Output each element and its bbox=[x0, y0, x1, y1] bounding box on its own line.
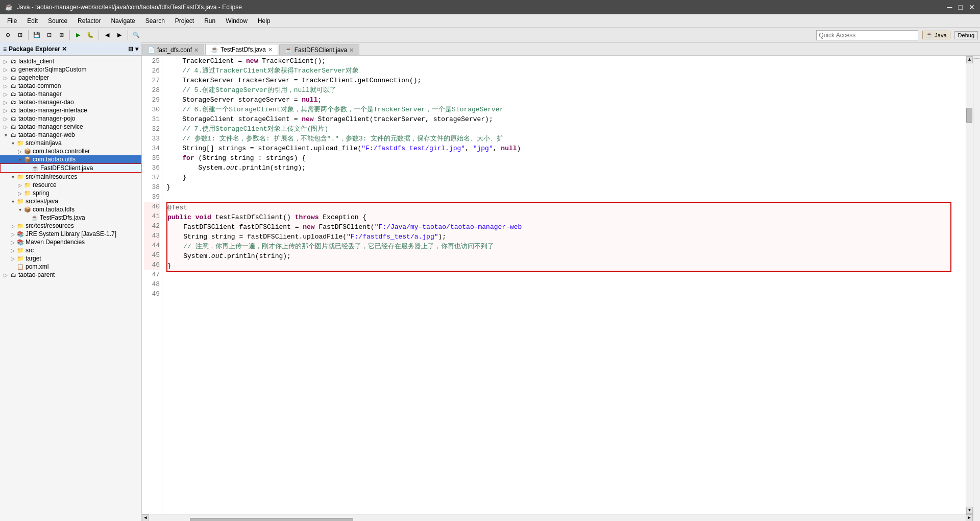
sidebar-menu-btn[interactable]: ▾ bbox=[135, 45, 138, 53]
tab-fast-dfs-conf[interactable]: 📄 fast_dfs.conf ✕ bbox=[142, 44, 204, 55]
sidebar-item-taotao-manager-service[interactable]: ▷ 🗂 taotao-manager-service bbox=[0, 123, 141, 131]
editor-area: 25 26 27 28 29 30 31 32 33 34 35 36 37 3… bbox=[142, 56, 973, 521]
sidebar-tree: ▷ 🗂 fastdfs_client ▷ 🗂 generatorSqlmapCu… bbox=[0, 56, 141, 521]
h-scroll-thumb[interactable] bbox=[190, 518, 353, 522]
sidebar-item-com-taotao-fdfs[interactable]: ▾ 📦 com.taotao.fdfs bbox=[0, 205, 141, 214]
tree-arrow: ▷ bbox=[2, 100, 9, 105]
sidebar-item-com-taotao-controller[interactable]: ▷ 📦 com.taotao.controller bbox=[0, 147, 141, 155]
toolbar-btn2[interactable]: ⊞ bbox=[14, 30, 26, 41]
toolbar-new-btn[interactable]: ⊕ bbox=[2, 30, 13, 41]
tab-test-fast-dfs[interactable]: ☕ TestFastDfs.java ✕ bbox=[205, 44, 278, 55]
tab-fast-dfs-client-close[interactable]: ✕ bbox=[349, 47, 354, 54]
code-content[interactable]: TrackerClient = new TrackerClient(); // … bbox=[162, 56, 966, 514]
sidebar-label-taotao-manager: taotao-manager bbox=[18, 90, 62, 98]
menu-run[interactable]: Run bbox=[200, 16, 219, 26]
sidebar-item-fastdfsclient-java[interactable]: ☕ FastDFSClient.java bbox=[0, 163, 141, 173]
menu-bar: File Edit Source Refactor Navigate Searc… bbox=[0, 14, 980, 28]
tree-arrow: ▷ bbox=[2, 59, 9, 64]
scroll-left-btn[interactable]: ◀ bbox=[142, 514, 149, 522]
quick-access-input[interactable] bbox=[816, 30, 918, 40]
menu-edit[interactable]: Edit bbox=[23, 16, 42, 26]
sidebar-item-maven-dependencies[interactable]: ▷ 📚 Maven Dependencies bbox=[0, 238, 141, 246]
debug-perspective-button[interactable]: Debug bbox=[954, 31, 978, 39]
menu-search[interactable]: Search bbox=[141, 16, 169, 26]
toolbar-sep4 bbox=[128, 30, 128, 40]
tree-arrow: ▷ bbox=[9, 240, 16, 245]
vertical-scrollbar[interactable] bbox=[966, 63, 973, 507]
sidebar-item-jre-system-library[interactable]: ▷ 📚 JRE System Library [JavaSE-1.7] bbox=[0, 230, 141, 238]
project-icon: 🗂 bbox=[9, 99, 17, 105]
minimize-button[interactable]: ─ bbox=[947, 3, 952, 11]
code-line-48 bbox=[166, 281, 962, 291]
toolbar-search-btn[interactable]: 🔍 bbox=[131, 30, 142, 41]
sidebar-item-src-main-java[interactable]: ▾ 📁 src/main/java bbox=[0, 139, 141, 147]
window-title: Java - taotao-manager-web/src/test/java/… bbox=[17, 4, 242, 11]
sidebar-item-taotao-manager-interface[interactable]: ▷ 🗂 taotao-manager-interface bbox=[0, 106, 141, 114]
code-line-37: } bbox=[166, 173, 962, 182]
project-icon: 🗂 bbox=[9, 83, 17, 89]
sidebar-item-src-test-java[interactable]: ▾ 📁 src/test/java bbox=[0, 197, 141, 205]
sidebar-item-taotao-manager-dao[interactable]: ▷ 🗂 taotao-manager-dao bbox=[0, 98, 141, 106]
toolbar-btn4[interactable]: ⊡ bbox=[43, 30, 55, 41]
toolbar-run-btn[interactable]: ▶ bbox=[72, 30, 84, 41]
sidebar-item-spring[interactable]: ▷ 📁 spring bbox=[0, 189, 141, 197]
tree-arrow: ▾ bbox=[9, 140, 16, 146]
close-button[interactable]: ✕ bbox=[969, 3, 975, 11]
menu-refactor[interactable]: Refactor bbox=[74, 16, 105, 26]
sidebar-item-target[interactable]: ▷ 📁 target bbox=[0, 254, 141, 263]
sidebar-item-testfastdfs-java[interactable]: ☕ TestFastDfs.java bbox=[0, 214, 141, 222]
right-scrollbar[interactable]: ▲ ▼ bbox=[966, 56, 973, 514]
toolbar-prev-btn[interactable]: ◀ bbox=[102, 30, 113, 41]
quick-access-area: ☕ Java Debug bbox=[816, 30, 978, 40]
tab-fast-dfs-client[interactable]: ☕ FastDFSClient.java ✕ bbox=[279, 44, 359, 55]
tree-arrow: ▾ bbox=[9, 174, 16, 180]
java-perspective-button[interactable]: ☕ Java bbox=[922, 31, 950, 39]
project-icon: 🗂 bbox=[9, 124, 17, 130]
tab-fast-dfs-conf-close[interactable]: ✕ bbox=[194, 47, 199, 54]
sidebar-item-fastdfs-client[interactable]: ▷ 🗂 fastdfs_client bbox=[0, 57, 141, 65]
sidebar-label-src: src bbox=[26, 247, 34, 254]
sidebar-label-src-test-java: src/test/java bbox=[26, 198, 58, 205]
sidebar-item-taotao-parent[interactable]: ▷ 🗂 taotao-parent bbox=[0, 271, 141, 279]
tree-arrow: ▷ bbox=[9, 256, 16, 262]
toolbar-next-btn[interactable]: ▶ bbox=[114, 30, 125, 41]
scroll-up-btn[interactable]: ▲ bbox=[966, 56, 973, 63]
toolbar-btn5[interactable]: ⊠ bbox=[56, 30, 67, 41]
sidebar-item-generatorsqlmapcustom[interactable]: ▷ 🗂 generatorSqlmapCustom bbox=[0, 65, 141, 74]
sidebar-item-com-taotao-utils[interactable]: ▾ 📦 com.taotao.utils bbox=[0, 155, 141, 163]
editor-content[interactable]: 25 26 27 28 29 30 31 32 33 34 35 36 37 3… bbox=[142, 56, 973, 514]
horizontal-scrollbar[interactable]: ◀ ▶ bbox=[142, 514, 973, 521]
app-icon: ☕ bbox=[5, 4, 13, 11]
toolbar-save-btn[interactable]: 💾 bbox=[31, 30, 42, 41]
code-line-35: for (String string : strings) { bbox=[166, 153, 962, 163]
menu-source[interactable]: Source bbox=[44, 16, 71, 26]
scroll-thumb[interactable] bbox=[966, 108, 972, 123]
sidebar-item-resource[interactable]: ▷ 📁 resource bbox=[0, 181, 141, 189]
sidebar-item-taotao-common[interactable]: ▷ 🗂 taotao-common bbox=[0, 82, 141, 90]
menu-window[interactable]: Window bbox=[222, 16, 252, 26]
sidebar-item-taotao-manager-pojo[interactable]: ▷ 🗂 taotao-manager-pojo bbox=[0, 114, 141, 123]
code-line-31: StorageClient storageClient = new Storag… bbox=[166, 114, 962, 124]
sidebar-item-taotao-manager-web[interactable]: ▾ 🗂 taotao-manager-web bbox=[0, 131, 141, 139]
maximize-button[interactable]: □ bbox=[959, 3, 963, 11]
sidebar-item-src-main-resources[interactable]: ▾ 📁 src/main/resources bbox=[0, 173, 141, 181]
sidebar-collapse-btn[interactable]: ⊟ bbox=[128, 45, 133, 53]
sidebar-label-testfastdfs-java: TestFastDfs.java bbox=[40, 214, 85, 221]
scroll-right-btn[interactable]: ▶ bbox=[966, 514, 973, 522]
sidebar-label-src-main-resources: src/main/resources bbox=[26, 173, 77, 180]
tree-arrow: ▷ bbox=[2, 272, 9, 278]
sidebar-item-src-test-resources[interactable]: ▷ 📁 src/test/resources bbox=[0, 222, 141, 230]
toolbar-debug-btn[interactable]: 🐛 bbox=[85, 30, 96, 41]
menu-help[interactable]: Help bbox=[254, 16, 275, 26]
sidebar-item-src[interactable]: ▷ 📁 src bbox=[0, 246, 141, 254]
sidebar-item-pagehelper[interactable]: ▷ 🗂 pagehelper bbox=[0, 74, 141, 82]
menu-file[interactable]: File bbox=[3, 16, 21, 26]
menu-navigate[interactable]: Navigate bbox=[107, 16, 139, 26]
sidebar-item-pom-xml[interactable]: 📋 pom.xml bbox=[0, 263, 141, 271]
scroll-down-btn[interactable]: ▼ bbox=[966, 507, 973, 514]
sidebar-item-taotao-manager[interactable]: ▷ 🗂 taotao-manager bbox=[0, 90, 141, 98]
title-bar-left: ☕ Java - taotao-manager-web/src/test/jav… bbox=[5, 4, 242, 11]
menu-project[interactable]: Project bbox=[171, 16, 198, 26]
tree-arrow: ▷ bbox=[2, 91, 9, 97]
tab-test-fast-dfs-close[interactable]: ✕ bbox=[268, 46, 273, 53]
